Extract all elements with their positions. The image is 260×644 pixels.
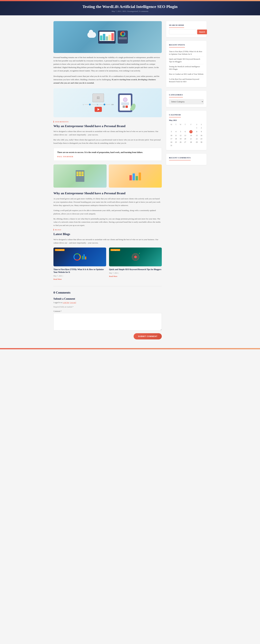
- mini-bar: [84, 254, 85, 260]
- recent-post-link[interactable]: Time to First Byte (TTFB): What It Is & …: [169, 50, 202, 55]
- calendar-day: [169, 126, 174, 130]
- calendar-row: 24252627282930: [169, 140, 204, 144]
- calendar-day[interactable]: 10: [169, 134, 174, 137]
- calendar-day[interactable]: 15: [194, 134, 199, 137]
- calendar-day[interactable]: 28: [187, 140, 194, 144]
- recent-posts-list: Time to First Byte (TTFB): What It Is & …: [169, 49, 204, 84]
- calendar-day[interactable]: 27: [183, 140, 187, 144]
- quote-author: PAUL TOURNIER: [57, 156, 73, 158]
- recent-post-link[interactable]: Testing the WordLift Artificial Intellig…: [169, 66, 200, 70]
- search-button[interactable]: Search: [197, 30, 207, 34]
- mini-gauge-icon: [74, 253, 81, 260]
- login-link[interactable]: a site bot: [63, 302, 69, 304]
- window: [81, 173, 84, 174]
- recent-post-item[interactable]: Testing the WordLift Artificial Intellig…: [169, 64, 204, 72]
- tablet-donut: [120, 32, 125, 36]
- calendar-day[interactable]: 14: [187, 134, 194, 137]
- section2: Why an Entrepreneur Should have a Person…: [53, 191, 162, 227]
- recent-post-item[interactable]: Quick and Simple SEO Keyword Research Ti…: [169, 57, 204, 64]
- categories-title: CATEGORIES: [169, 94, 183, 98]
- slider-thumb-2[interactable]: [104, 104, 105, 106]
- categories-widget: CATEGORIES Select Category SEO Uncategor…: [166, 91, 207, 107]
- monitor-stand: [106, 41, 108, 42]
- logout-link[interactable]: Log out?: [70, 302, 76, 304]
- slider-track-2[interactable]: [99, 104, 111, 105]
- calendar-day[interactable]: 29: [194, 140, 199, 144]
- benefits-p1: We've designed a culture that allows our…: [53, 130, 162, 136]
- swatch-red: [126, 106, 128, 108]
- quote-box: There are no secrets to success. It is t…: [53, 148, 162, 161]
- calendar-day: [187, 144, 194, 147]
- calendar-day[interactable]: 25: [174, 140, 178, 144]
- blog-card-1: Uncategorized T: [53, 248, 106, 280]
- mid-left: 🖼 1 50 100: [83, 94, 114, 112]
- mini-bar: [82, 256, 83, 260]
- calendar-day[interactable]: 9: [199, 130, 204, 134]
- comment-form: Comment * SUBMIT COMMENT: [53, 310, 162, 340]
- window: [79, 173, 81, 174]
- recent-post-item[interactable]: How to Conduct an SEO Audit of Your Webs…: [169, 72, 204, 77]
- calendar-day[interactable]: 30: [199, 140, 204, 144]
- calendar-day[interactable]: 19: [178, 137, 183, 140]
- calendar-day[interactable]: 11: [174, 134, 178, 137]
- calendar-day: [174, 126, 178, 130]
- calendar-day[interactable]: 1: [194, 126, 199, 130]
- calendar-day[interactable]: 5: [178, 130, 183, 134]
- calendar-day[interactable]: 24: [169, 140, 174, 144]
- comment-textarea[interactable]: [53, 313, 162, 330]
- recent-post-link[interactable]: How to Conduct an SEO Audit of Your Webs…: [169, 73, 204, 75]
- recent-post-link[interactable]: Quick and Simple SEO Keyword Research Ti…: [169, 58, 200, 63]
- search-widget: SEARCH HERE Search: [166, 21, 207, 37]
- calendar-day[interactable]: 17: [169, 137, 174, 140]
- calendar-day[interactable]: 12: [178, 134, 183, 137]
- search-box: Search: [169, 30, 204, 34]
- recent-post-item[interactable]: Time to First Byte (TTFB): What It Is & …: [169, 49, 204, 57]
- recent-post-item[interactable]: 5 of the Best Free and Premium Keyword R…: [169, 77, 204, 84]
- slider-mid: 50: [97, 104, 98, 106]
- calendar-day[interactable]: 18: [174, 137, 178, 140]
- read-more-link-1[interactable]: Read More: [53, 278, 106, 280]
- slider-control[interactable]: 1 50 100: [83, 104, 114, 106]
- calendar-day[interactable]: 21: [187, 137, 194, 140]
- calendar-title: CALENDAR: [169, 114, 181, 118]
- calendar-day[interactable]: 23: [199, 137, 204, 140]
- content-lines: [121, 103, 129, 105]
- calendar-day[interactable]: 6: [183, 130, 187, 134]
- read-more-link-2[interactable]: Read More: [109, 275, 162, 278]
- cal-th-m: M: [169, 123, 174, 126]
- search-input[interactable]: [169, 30, 196, 34]
- benefits-heading: Why an Entrepreneur Should have a Person…: [53, 124, 162, 128]
- blog-card-date-2: May 7, 2021 |: [109, 272, 162, 274]
- submit-comment-button[interactable]: SUBMIT COMMENT: [133, 333, 162, 340]
- calendar-day[interactable]: 31: [169, 144, 174, 147]
- slider-thumb[interactable]: [89, 104, 91, 106]
- play-button[interactable]: [95, 107, 102, 112]
- recent-posts-widget: RECENT POSTS Time to First Byte (TTFB): …: [166, 41, 207, 87]
- slider-max: 100: [111, 104, 114, 106]
- calendar-day[interactable]: 20: [183, 137, 187, 140]
- calendar-day[interactable]: 3: [169, 130, 174, 134]
- content-line: [121, 104, 129, 104]
- window: [79, 172, 81, 173]
- building-shape: [76, 170, 84, 182]
- section2-p3: By offering clients a chance to see what…: [53, 217, 162, 227]
- calendar-day[interactable]: 13: [183, 134, 187, 137]
- calendar-day[interactable]: 4: [174, 130, 178, 134]
- categories-select[interactable]: Select Category SEO Uncategorized: [169, 99, 204, 104]
- calendar-day[interactable]: 8: [194, 130, 199, 134]
- site-header: Testing the WordLift Artificial Intellig…: [0, 0, 260, 15]
- calendar-day[interactable]: 16: [199, 134, 204, 137]
- swatch-gray: [123, 106, 125, 108]
- calendar-day: [178, 144, 183, 147]
- calendar-day[interactable]: 2: [199, 126, 204, 130]
- calendar-day[interactable]: 22: [194, 137, 199, 140]
- calendar-day[interactable]: 7: [187, 130, 194, 134]
- article-body: Personal branding remains one of the bes…: [53, 56, 162, 85]
- calendar-day: [183, 144, 187, 147]
- slider-track[interactable]: [84, 104, 96, 105]
- submit-comment-heading: Submit a Comment: [53, 297, 162, 300]
- calendar-month-row: May 2021: [169, 119, 204, 122]
- calendar-day[interactable]: 26: [178, 140, 183, 144]
- mini-bars: [82, 254, 86, 260]
- recent-post-link[interactable]: 5 of the Best Free and Premium Keyword R…: [169, 78, 199, 83]
